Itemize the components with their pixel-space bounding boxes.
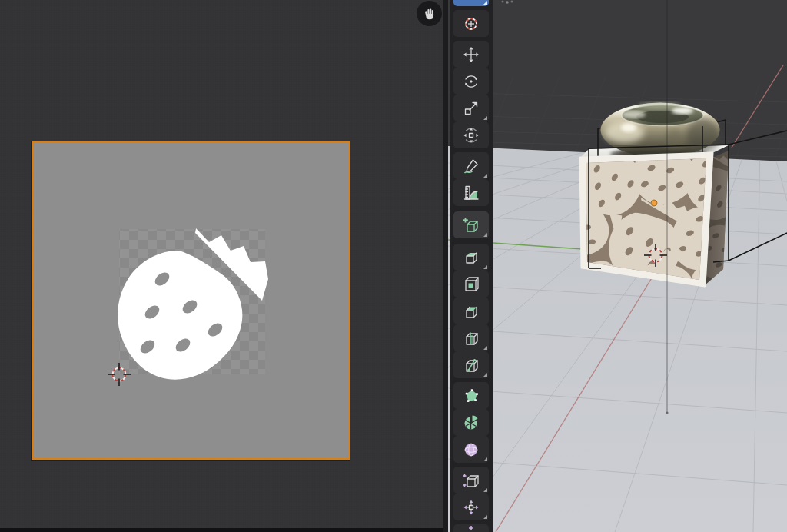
tool-button-spin[interactable]: [453, 409, 489, 436]
viewport-3d-panel: [448, 0, 787, 532]
app-window: [0, 0, 787, 532]
panel-bottom-edge: [0, 528, 443, 532]
tool-button-scale[interactable]: [453, 95, 489, 121]
scale-icon: [463, 100, 480, 117]
tool-button-shrink-fatten[interactable]: [453, 494, 489, 520]
tool-button-measure[interactable]: [453, 179, 489, 206]
tool-button-rotate[interactable]: [453, 68, 489, 95]
scene-3d[interactable]: [448, 0, 787, 532]
extrude-region-icon: [463, 249, 480, 266]
tool-button-select-box[interactable]: [453, 0, 489, 6]
tool-button-edge-slide[interactable]: [453, 467, 489, 494]
nav-gizmo-partial[interactable]: [497, 0, 517, 5]
edge-slide-icon: [463, 472, 480, 489]
shear-icon: [463, 524, 480, 532]
cursor-tool-icon: [463, 15, 480, 32]
bevel-icon: [463, 303, 480, 320]
torus-specular-highlight: [672, 107, 693, 115]
tool-button-annotate[interactable]: [453, 152, 489, 179]
annotate-pencil-icon: [463, 158, 480, 175]
tool-button-extrude-region[interactable]: [453, 244, 489, 271]
hand-icon: [423, 7, 437, 21]
image-editor-panel: [0, 0, 443, 532]
smooth-sphere-icon: [463, 441, 480, 458]
loop-cut-icon: [463, 330, 480, 347]
add-cube-icon: [463, 217, 480, 234]
tool-button-knife[interactable]: [453, 351, 489, 378]
image-canvas[interactable]: [32, 141, 350, 460]
tool-button-shear[interactable]: [453, 524, 489, 532]
tool-button-inset-faces[interactable]: [453, 271, 489, 298]
inset-faces-icon: [463, 276, 480, 293]
tool-button-transform[interactable]: [453, 121, 489, 148]
tool-button-smooth[interactable]: [453, 436, 489, 463]
move-icon: [463, 46, 480, 63]
tool-button-loop-cut[interactable]: [453, 324, 489, 351]
tool-button-cursor[interactable]: [453, 10, 489, 37]
poly-build-icon: [463, 387, 480, 404]
tool-button-move[interactable]: [453, 41, 489, 68]
object-origin-dot: [651, 200, 657, 206]
tool-button-bevel[interactable]: [453, 298, 489, 324]
measure-protractor-icon: [463, 185, 480, 201]
rotate-icon: [463, 73, 480, 90]
pan-gizmo-button[interactable]: [417, 1, 442, 26]
tool-button-add-cube[interactable]: [453, 211, 489, 238]
spin-icon: [463, 414, 480, 431]
tool-button-poly-build[interactable]: [453, 382, 489, 409]
transform-icon: [463, 127, 480, 144]
tool-shelf: [450, 0, 493, 532]
shrink-fatten-icon: [463, 499, 480, 516]
knife-icon: [463, 357, 480, 374]
